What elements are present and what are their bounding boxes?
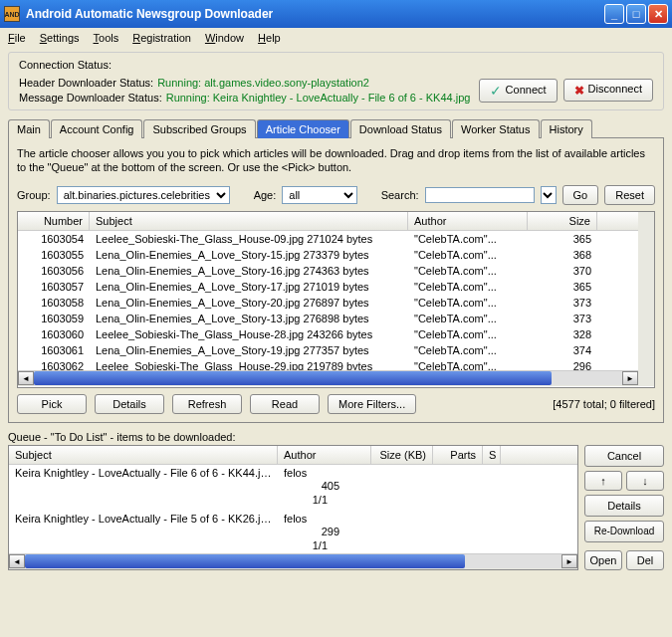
article-row[interactable]: 1603060Leelee_Sobieski-The_Glass_House-2… bbox=[18, 326, 638, 342]
x-icon: ✖ bbox=[574, 84, 584, 98]
header-downloader-value: Running: alt.games.video.sony-playstatio… bbox=[157, 77, 369, 89]
connect-button[interactable]: ✓Connect bbox=[479, 79, 558, 103]
age-select[interactable]: all bbox=[282, 186, 356, 204]
group-label: Group: bbox=[17, 189, 51, 201]
refresh-button[interactable]: Refresh bbox=[172, 394, 242, 414]
qcol-parts[interactable]: Parts bbox=[433, 446, 483, 464]
scroll-right-icon[interactable]: ► bbox=[622, 371, 638, 385]
read-button[interactable]: Read bbox=[250, 394, 320, 414]
minimize-button[interactable]: _ bbox=[604, 4, 624, 24]
group-select[interactable]: alt.binaries.pictures.celebrities bbox=[57, 186, 230, 204]
scroll-left-icon[interactable]: ◄ bbox=[9, 554, 25, 568]
article-row[interactable]: 1603061Lena_Olin-Enemies_A_Love_Story-19… bbox=[18, 342, 638, 358]
header-downloader-label: Header Downloader Status: bbox=[19, 77, 153, 89]
message-downloader-label: Message Downloader Status: bbox=[19, 92, 162, 104]
article-row[interactable]: 1603057Lena_Olin-Enemies_A_Love_Story-17… bbox=[18, 279, 638, 295]
qcol-size[interactable]: Size (KB) bbox=[371, 446, 433, 464]
scroll-right-icon[interactable]: ► bbox=[561, 554, 577, 568]
tab-content-article-chooser: The article chooser allows you you to pi… bbox=[8, 138, 664, 423]
article-row[interactable]: 1603058Lena_Olin-Enemies_A_Love_Story-20… bbox=[18, 295, 638, 311]
app-icon: AND bbox=[4, 6, 20, 22]
article-row[interactable]: 1603062Leelee_Sobieski-The_Glass_House-2… bbox=[18, 358, 638, 370]
menu-registration[interactable]: Registration bbox=[132, 32, 191, 44]
move-down-button[interactable]: ↓ bbox=[626, 471, 664, 491]
menu-settings[interactable]: Settings bbox=[40, 32, 80, 44]
qcol-s[interactable]: S bbox=[483, 446, 501, 464]
more-filters-button[interactable]: More Filters... bbox=[328, 394, 416, 414]
tab-history[interactable]: History bbox=[541, 119, 592, 138]
articles-hscroll[interactable]: ◄ ► bbox=[18, 370, 638, 386]
article-row[interactable]: 1603059Lena_Olin-Enemies_A_Love_Story-13… bbox=[18, 311, 638, 326]
reset-button[interactable]: Reset bbox=[604, 185, 655, 205]
menu-file[interactable]: File bbox=[8, 32, 26, 44]
pick-button[interactable]: Pick bbox=[17, 394, 87, 414]
article-row[interactable]: 1603055Lena_Olin-Enemies_A_Love_Story-15… bbox=[18, 247, 638, 263]
articles-vscroll[interactable] bbox=[638, 212, 654, 386]
queue-table: Subject Author Size (KB) Parts S Keira K… bbox=[8, 445, 578, 570]
open-button[interactable]: Open bbox=[584, 550, 622, 570]
queue-row[interactable]: Keira Knightley - LoveActually - File 6 … bbox=[9, 465, 577, 511]
search-label: Search: bbox=[381, 189, 419, 201]
move-up-button[interactable]: ↑ bbox=[584, 471, 622, 491]
scroll-left-icon[interactable]: ◄ bbox=[18, 371, 34, 385]
redownload-button[interactable]: Re-Download bbox=[584, 521, 664, 542]
menu-tools[interactable]: Tools bbox=[94, 32, 119, 44]
queue-label: Queue - "To Do List" - items to be downl… bbox=[8, 431, 664, 443]
search-input[interactable] bbox=[425, 187, 535, 203]
tab-worker-status[interactable]: Worker Status bbox=[452, 119, 540, 138]
menubar: File Settings Tools Registration Window … bbox=[0, 28, 672, 48]
menu-window[interactable]: Window bbox=[205, 32, 244, 44]
tab-main[interactable]: Main bbox=[8, 119, 50, 138]
conn-status-label: Connection Status: bbox=[19, 59, 653, 71]
details-button[interactable]: Details bbox=[95, 394, 164, 414]
col-number[interactable]: Number bbox=[18, 212, 90, 230]
age-label: Age: bbox=[254, 189, 277, 201]
qcol-author[interactable]: Author bbox=[278, 446, 371, 464]
article-row[interactable]: 1603054Leelee_Sobieski-The_Glass_House-0… bbox=[18, 231, 638, 247]
queue-details-button[interactable]: Details bbox=[584, 495, 664, 517]
titlebar: AND Android Automatic Newsgroup Download… bbox=[0, 0, 672, 28]
tab-article-chooser[interactable]: Article Chooser bbox=[257, 119, 349, 138]
check-icon: ✓ bbox=[490, 83, 502, 99]
queue-side-buttons: Cancel ↑ ↓ Details Re-Download Open Del bbox=[584, 445, 664, 570]
maximize-button[interactable]: □ bbox=[626, 4, 646, 24]
close-button[interactable]: ✕ bbox=[648, 4, 668, 24]
queue-hscroll[interactable]: ◄ ► bbox=[9, 553, 577, 569]
col-subject[interactable]: Subject bbox=[90, 212, 408, 230]
queue-row[interactable]: Keira Knightley - LoveActually - File 5 … bbox=[9, 511, 577, 553]
article-row[interactable]: 1603056Lena_Olin-Enemies_A_Love_Story-16… bbox=[18, 263, 638, 279]
articles-table: Number Subject Author Size 1603054Leelee… bbox=[17, 211, 655, 388]
filter-status: [4577 total; 0 filtered] bbox=[553, 398, 655, 410]
col-author[interactable]: Author bbox=[408, 212, 528, 230]
message-downloader-value: Running: Keira Knightley - LoveActually … bbox=[166, 92, 471, 104]
del-button[interactable]: Del bbox=[626, 550, 664, 570]
tab-account-config[interactable]: Account Config bbox=[51, 119, 143, 138]
cancel-button[interactable]: Cancel bbox=[584, 445, 664, 467]
tab-subscribed-groups[interactable]: Subscribed Groups bbox=[143, 119, 255, 138]
connection-status-panel: Connection Status: Header Downloader Sta… bbox=[8, 52, 664, 110]
qcol-subject[interactable]: Subject bbox=[9, 446, 278, 464]
tab-download-status[interactable]: Download Status bbox=[350, 119, 451, 138]
menu-help[interactable]: Help bbox=[258, 32, 281, 44]
disconnect-button[interactable]: ✖Disconnect bbox=[563, 79, 653, 101]
col-size[interactable]: Size bbox=[528, 212, 597, 230]
chooser-description: The article chooser allows you you to pi… bbox=[17, 146, 655, 175]
window-title: Android Automatic Newsgroup Downloader bbox=[26, 7, 604, 21]
search-mode-select[interactable] bbox=[541, 186, 557, 204]
tabs: MainAccount ConfigSubscribed GroupsArtic… bbox=[8, 118, 664, 138]
go-button[interactable]: Go bbox=[562, 185, 599, 205]
